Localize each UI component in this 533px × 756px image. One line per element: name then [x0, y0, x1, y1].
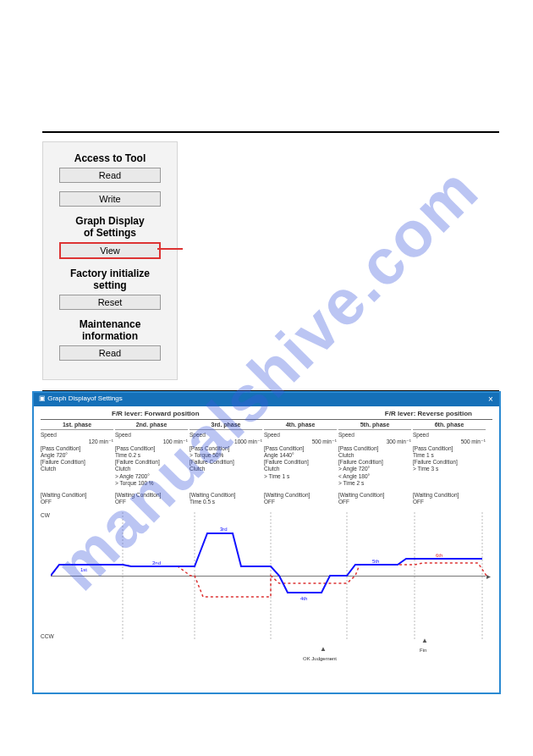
lbl: [Pass Condition] [190, 445, 262, 452]
val: > Time 2 s [338, 480, 411, 487]
lbl: [Pass Condition] [338, 445, 411, 452]
lbl: [Failure Condition] [338, 459, 411, 466]
val: Clutch [264, 466, 337, 472]
val: 500 min⁻¹ [413, 439, 486, 445]
phase-5: 5th. phase Speed 300 min⁻¹ [Pass Conditi… [338, 422, 413, 487]
section-graph-title: Graph Display of Settings [52, 215, 168, 239]
val: Time 0.5 s [190, 499, 264, 505]
callout-line [157, 248, 183, 250]
window-icon: ▣ [39, 395, 46, 402]
close-icon[interactable]: × [482, 393, 499, 406]
phase-1-title: 1st. phase [41, 422, 113, 430]
val: > Angle 7200° [115, 473, 188, 480]
lbl: [Waiting Condition] [41, 492, 115, 499]
waiting-row: [Waiting Condition]OFF [Waiting Conditio… [41, 492, 492, 505]
val: OFF [115, 499, 190, 505]
lbl: Speed [338, 432, 411, 439]
phase-6: 6th. phase Speed 500 min⁻¹ [Pass Conditi… [413, 422, 487, 487]
lbl-1st: 1st [80, 567, 87, 572]
lbl: [Failure Condition] [413, 459, 486, 466]
lbl: [Pass Condition] [115, 445, 188, 452]
graph-window-title: ▣ Graph Displayof Settings × [34, 393, 499, 406]
val: OFF [41, 499, 115, 505]
lbl: [Failure Condition] [41, 459, 113, 466]
val: Angle 1440° [264, 452, 337, 459]
fin-marker-icon: ▲ [421, 637, 428, 644]
lbl: [Waiting Condition] [190, 492, 264, 499]
val: Time 0.2 s [115, 452, 188, 459]
lbl-6th: 6th [436, 553, 442, 558]
phase-3: 3rd. phase Speed 1000 min⁻¹ [Pass Condit… [190, 422, 264, 487]
graph-window: ▣ Graph Displayof Settings × F/R lever: … [32, 391, 501, 694]
val: > Time 1 s [264, 473, 337, 480]
phase-4: 4th. phase Speed 500 min⁻¹ [Pass Conditi… [264, 422, 338, 487]
lbl: [Waiting Condition] [413, 492, 487, 499]
graph-header: F/R lever: Forward position F/R lever: R… [41, 410, 492, 420]
lbl: [Waiting Condition] [338, 492, 413, 499]
y-axis-cw: CW [41, 512, 50, 518]
section-factory-title: Factory initialize setting [52, 268, 168, 291]
lbl-3rd: 3rd [220, 527, 228, 532]
lbl: Speed [115, 432, 188, 439]
lbl: [Waiting Condition] [264, 492, 338, 499]
chart-area: CW CCW ▸ 1st 2nd 3rd 4th 5 [41, 512, 492, 639]
val: > Torque 50% [190, 452, 262, 459]
val: 300 min⁻¹ [338, 439, 411, 445]
lbl: [Pass Condition] [264, 445, 337, 452]
top-divider [42, 131, 499, 133]
val: Time 1 s [413, 452, 486, 459]
section-access-title: Access to Tool [52, 152, 168, 164]
reset-button[interactable]: Reset [59, 295, 161, 310]
val: 500 min⁻¹ [264, 439, 337, 445]
ok-marker-icon: ▲ [320, 645, 327, 653]
phase-2-title: 2nd. phase [115, 422, 188, 430]
maintenance-read-button[interactable]: Read [59, 345, 161, 361]
phase-row: 1st. phase Speed 120 min⁻¹ [Pass Conditi… [41, 422, 492, 487]
phase-1: 1st. phase Speed 120 min⁻¹ [Pass Conditi… [41, 422, 115, 487]
forward-label: F/R lever: Forward position [112, 410, 200, 417]
read-button[interactable]: Read [59, 168, 161, 183]
write-button[interactable]: Write [59, 191, 161, 207]
val: > Time 3 s [413, 466, 486, 472]
val: 100 min⁻¹ [115, 439, 188, 445]
phase-6-title: 6th. phase [413, 422, 486, 430]
phase-2: 2nd. phase Speed 100 min⁻¹ [Pass Conditi… [115, 422, 190, 487]
lbl: [Pass Condition] [41, 445, 113, 452]
settings-panel: Access to Tool Read Write Graph Display … [42, 141, 178, 380]
val: Clutch [338, 452, 411, 459]
plot-svg: 1st 2nd 3rd 4th 5th 6th [51, 512, 491, 639]
reverse-label: F/R lever: Reverse position [385, 410, 472, 417]
val: 1000 min⁻¹ [190, 439, 262, 445]
lbl: [Failure Condition] [115, 459, 188, 466]
val: 120 min⁻¹ [41, 439, 113, 445]
lbl-2nd: 2nd [152, 560, 161, 566]
section-maintenance-title: Maintenance information [52, 318, 168, 342]
lbl: Speed [41, 432, 57, 438]
val: Clutch [41, 466, 113, 472]
val: OFF [338, 499, 413, 505]
view-button[interactable]: View [59, 242, 161, 259]
lbl: Speed [264, 432, 337, 439]
phase-4-title: 4th. phase [264, 422, 337, 430]
lbl: Speed [413, 432, 486, 439]
lbl: [Waiting Condition] [115, 492, 190, 499]
lbl: [Pass Condition] [413, 445, 486, 452]
val: OFF [264, 499, 338, 505]
lbl: [Failure Condition] [190, 459, 262, 466]
lbl: [Failure Condition] [264, 459, 337, 466]
val: < Angle 180° [338, 473, 411, 480]
phase-5-title: 5th. phase [338, 422, 411, 430]
phase-3-title: 3rd. phase [190, 422, 262, 430]
lbl-4th: 4th [300, 596, 307, 601]
fin-marker-label: Fin [420, 648, 426, 653]
window-title-text: Graph Displayof Settings [47, 395, 123, 402]
val: > Torque 100 % [115, 480, 188, 487]
ok-marker-label: OK Judgement [303, 656, 337, 661]
lbl: Speed [190, 432, 262, 439]
val: Clutch [115, 466, 188, 472]
lbl-5th: 5th [372, 559, 379, 564]
val: > Angle 720° [338, 466, 411, 472]
val: Clutch [190, 466, 262, 472]
val: OFF [413, 499, 487, 505]
val: Angle 720° [41, 452, 113, 459]
